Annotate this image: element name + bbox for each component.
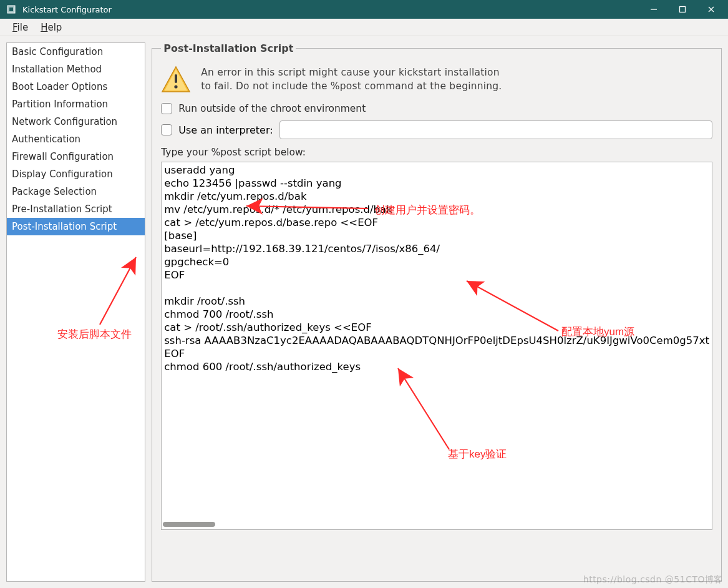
interpreter-label: Use an interpreter: (178, 124, 273, 136)
titlebar: Kickstart Configurator (0, 0, 728, 19)
chroot-checkbox[interactable] (161, 103, 172, 114)
sidebar-item-post-script[interactable]: Post-Installation Script (7, 218, 145, 235)
close-button[interactable] (697, 0, 726, 19)
script-text[interactable]: useradd yang echo 123456 |passwd --stdin… (162, 162, 712, 375)
svg-rect-8 (175, 74, 177, 83)
warning-text: An error in this script might cause your… (201, 66, 502, 93)
menu-help[interactable]: Help (34, 21, 68, 34)
horizontal-scrollbar[interactable] (163, 521, 712, 528)
app-icon (5, 3, 17, 16)
sidebar: Basic Configuration Installation Method … (6, 42, 145, 582)
watermark: https://blog.csdn @51CTO博客 (583, 574, 723, 586)
sidebar-item-basic-config[interactable]: Basic Configuration (7, 43, 145, 61)
sidebar-item-display[interactable]: Display Configuration (7, 165, 145, 183)
svg-point-9 (175, 85, 178, 88)
script-below-label: Type your %post script below: (161, 147, 712, 162)
sidebar-item-auth[interactable]: Authentication (7, 130, 145, 148)
svg-rect-3 (680, 7, 686, 12)
interpreter-checkbox[interactable] (161, 124, 172, 135)
menu-file[interactable]: File (6, 21, 34, 34)
annotation-yum-repo: 配置本地yum源 (561, 325, 634, 339)
minimize-button[interactable] (639, 0, 668, 19)
sidebar-item-partition[interactable]: Partition Information (7, 96, 145, 113)
window-title: Kickstart Configurator (22, 5, 112, 14)
warning-row: An error in this script might cause your… (161, 62, 712, 100)
sidebar-item-pre-script[interactable]: Pre-Installation Script (7, 200, 145, 218)
panel-legend: Post-Installation Script (161, 42, 296, 54)
interpreter-input[interactable] (279, 120, 712, 139)
sidebar-item-network[interactable]: Network Configuration (7, 113, 145, 130)
interpreter-row: Use an interpreter: (161, 117, 712, 147)
post-install-panel: Post-Installation Script An error in thi… (152, 42, 722, 582)
maximize-button[interactable] (668, 0, 697, 19)
sidebar-item-firewall[interactable]: Firewall Configuration (7, 148, 145, 165)
annotation-post-script: 安装后脚本文件 (57, 327, 132, 341)
warning-icon (161, 64, 191, 94)
chroot-row: Run outside of the chroot environment (161, 100, 712, 117)
svg-rect-1 (9, 7, 13, 11)
sidebar-item-boot-loader[interactable]: Boot Loader Options (7, 78, 145, 96)
sidebar-item-package[interactable]: Package Selection (7, 183, 145, 200)
annotation-create-user: 创建用户并设置密码。 (374, 203, 480, 217)
menubar: File Help (0, 19, 728, 36)
annotation-key-auth: 基于key验证 (448, 447, 507, 461)
content: Post-Installation Script An error in thi… (152, 42, 722, 582)
main-area: Basic Configuration Installation Method … (0, 36, 728, 588)
sidebar-item-install-method[interactable]: Installation Method (7, 61, 145, 78)
chroot-label: Run outside of the chroot environment (178, 103, 366, 114)
scrollbar-thumb[interactable] (163, 522, 215, 527)
